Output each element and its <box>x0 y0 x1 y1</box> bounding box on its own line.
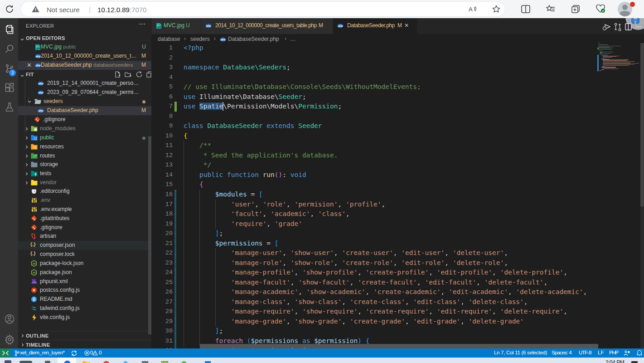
svg-text:php: php <box>38 109 44 112</box>
svg-text:php: php <box>220 38 226 41</box>
svg-text:A: A <box>469 6 473 13</box>
svg-text:php: php <box>338 25 343 27</box>
svg-text:php: php <box>35 64 41 67</box>
svg-text:php: php <box>38 82 44 85</box>
svg-text:JS: JS <box>32 262 35 265</box>
svg-text:php: php <box>38 91 44 94</box>
svg-text:JS: JS <box>32 271 35 274</box>
svg-text:php: php <box>35 55 41 58</box>
svg-text:php: php <box>206 25 211 27</box>
